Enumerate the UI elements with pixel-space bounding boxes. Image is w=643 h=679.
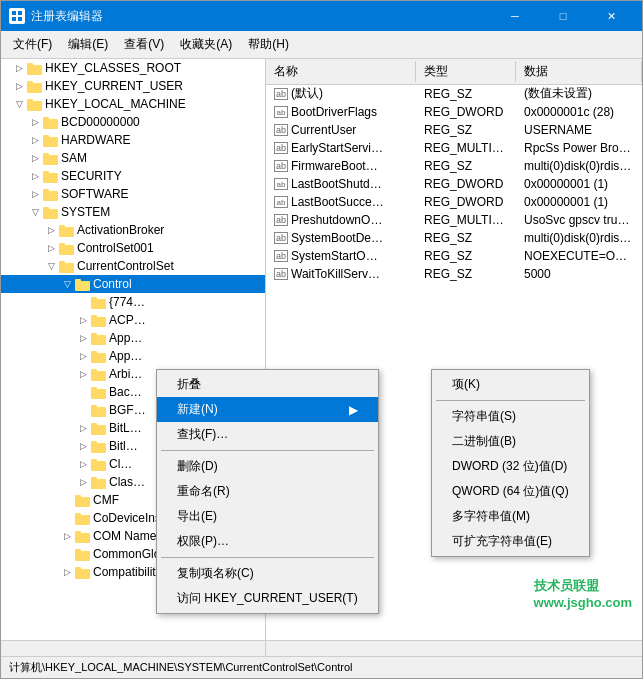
list-item[interactable]: ab FirmwareBoot… REG_SZ multi(0)disk(0)r…: [266, 157, 642, 175]
ctx-find[interactable]: 查找(F)…: [157, 422, 378, 447]
cell-type: REG_DWORD: [416, 104, 516, 120]
svg-rect-15: [43, 153, 49, 157]
list-item[interactable]: ab (默认) REG_SZ (数值未设置): [266, 85, 642, 103]
submenu-multi-string[interactable]: 多字符串值(M): [432, 504, 589, 529]
expand-icon: ▷: [27, 132, 43, 148]
submenu-expandable-string[interactable]: 可扩充字符串值(E): [432, 529, 589, 554]
list-item[interactable]: ab LastBootSucce… REG_DWORD 0x00000001 (…: [266, 193, 642, 211]
submenu-key[interactable]: 项(K): [432, 372, 589, 397]
ctx-permissions[interactable]: 权限(P)…: [157, 529, 378, 554]
tree-label: HKEY_LOCAL_MACHINE: [45, 97, 186, 111]
tree-label: Compatibility: [93, 565, 162, 579]
tree-item-hardware[interactable]: ▷ HARDWARE: [1, 131, 265, 149]
list-item[interactable]: ab PreshutdownO… REG_MULTI_SZ UsoSvc gps…: [266, 211, 642, 229]
list-item[interactable]: ab SystemBootDe… REG_SZ multi(0)disk(0)r…: [266, 229, 642, 247]
bottom-scroll-right[interactable]: [266, 641, 642, 656]
list-header: 名称 类型 数据: [266, 59, 642, 85]
reg-icon-ab: ab: [274, 214, 288, 226]
svg-rect-41: [91, 387, 97, 391]
list-item[interactable]: ab LastBootShutd… REG_DWORD 0x00000001 (…: [266, 175, 642, 193]
tree-item-bcd[interactable]: ▷ BCD00000000: [1, 113, 265, 131]
tree-item-local-machine[interactable]: ▽ HKEY_LOCAL_MACHINE: [1, 95, 265, 113]
ctx-new[interactable]: 新建(N) ▶: [157, 397, 378, 422]
tree-label: Cl…: [109, 457, 132, 471]
list-item[interactable]: ab CurrentUser REG_SZ USERNAME: [266, 121, 642, 139]
reg-icon-ab: ab: [274, 142, 288, 154]
minimize-button[interactable]: ─: [492, 5, 538, 27]
tree-item-software[interactable]: ▷ SOFTWARE: [1, 185, 265, 203]
ctx-collapse[interactable]: 折叠: [157, 372, 378, 397]
expand-icon: ▽: [59, 276, 75, 292]
submenu-string[interactable]: 字符串值(S): [432, 404, 589, 429]
svg-rect-0: [12, 11, 16, 15]
tree-label: {774…: [109, 295, 145, 309]
tree-item-system[interactable]: ▽ SYSTEM: [1, 203, 265, 221]
cell-name: ab SystemBootDe…: [266, 230, 416, 246]
expand-icon: ▷: [75, 438, 91, 454]
menu-file[interactable]: 文件(F): [5, 33, 60, 56]
expand-icon: ▷: [75, 420, 91, 436]
tree-item-current-user[interactable]: ▷ HKEY_CURRENT_USER: [1, 77, 265, 95]
menu-view[interactable]: 查看(V): [116, 33, 172, 56]
ctx-export[interactable]: 导出(E): [157, 504, 378, 529]
watermark: 技术员联盟 www.jsgho.com: [534, 577, 632, 610]
cell-name: ab FirmwareBoot…: [266, 158, 416, 174]
menu-help[interactable]: 帮助(H): [240, 33, 297, 56]
watermark-line2: www.jsgho.com: [534, 595, 632, 610]
tree-item-currentctrlset[interactable]: ▽ CurrentControlSet: [1, 257, 265, 275]
reg-icon-ab: ab: [274, 232, 288, 244]
folder-icon: [43, 205, 59, 219]
expand-icon: ▽: [11, 96, 27, 112]
folder-icon: [75, 493, 91, 507]
tree-item-classes-root[interactable]: ▷ HKEY_CLASSES_ROOT: [1, 59, 265, 77]
ctx-access-hkcu[interactable]: 访问 HKEY_CURRENT_USER(T): [157, 586, 378, 611]
folder-icon: [27, 97, 43, 111]
menu-favorites[interactable]: 收藏夹(A): [172, 33, 240, 56]
tree-item-sam[interactable]: ▷ SAM: [1, 149, 265, 167]
list-item[interactable]: ab WaitToKillServ… REG_SZ 5000: [266, 265, 642, 283]
list-item[interactable]: ab BootDriverFlags REG_DWORD 0x0000001c …: [266, 103, 642, 121]
submenu-qword[interactable]: QWORD (64 位)值(Q): [432, 479, 589, 504]
ctx-delete[interactable]: 删除(D): [157, 454, 378, 479]
tree-item-7744[interactable]: {774…: [1, 293, 265, 311]
cell-name: ab SystemStartO…: [266, 248, 416, 264]
ctx-copy-name[interactable]: 复制项名称(C): [157, 561, 378, 586]
tree-label: Bac…: [109, 385, 142, 399]
context-menu: 折叠 新建(N) ▶ 查找(F)… 删除(D) 重命名(R) 导出(E) 权限(…: [156, 369, 379, 614]
maximize-button[interactable]: □: [540, 5, 586, 27]
tree-item-app2[interactable]: ▷ App…: [1, 347, 265, 365]
close-button[interactable]: ✕: [588, 5, 634, 27]
folder-icon: [91, 475, 107, 489]
tree-label: App…: [109, 331, 142, 345]
expand-icon: ▷: [27, 186, 43, 202]
folder-icon: [43, 151, 59, 165]
ctx-rename[interactable]: 重命名(R): [157, 479, 378, 504]
cell-name: ab WaitToKillServ…: [266, 266, 416, 282]
svg-rect-29: [75, 279, 81, 283]
tree-item-app1[interactable]: ▷ App…: [1, 329, 265, 347]
tree-item-ctrlset001[interactable]: ▷ ControlSet001: [1, 239, 265, 257]
submenu-arrow-icon: ▶: [349, 403, 358, 417]
col-type: 类型: [416, 61, 516, 82]
tree-item-actbroker[interactable]: ▷ ActivationBroker: [1, 221, 265, 239]
reg-icon-dword: ab: [274, 196, 288, 208]
main-content: ▷ HKEY_CLASSES_ROOT ▷ HKEY_CURRENT_USER: [1, 59, 642, 640]
bottom-scroll-left[interactable]: [1, 641, 266, 656]
folder-icon-open: [75, 277, 91, 291]
tree-item-acp[interactable]: ▷ ACP…: [1, 311, 265, 329]
folder-icon: [91, 313, 107, 327]
ctx-separator-1: [161, 450, 374, 451]
expand-icon: ▷: [27, 168, 43, 184]
menu-edit[interactable]: 编辑(E): [60, 33, 116, 56]
tree-item-control[interactable]: ▽ Control: [1, 275, 265, 293]
tree-item-security[interactable]: ▷ SECURITY: [1, 167, 265, 185]
submenu-binary[interactable]: 二进制值(B): [432, 429, 589, 454]
submenu-dword[interactable]: DWORD (32 位)值(D): [432, 454, 589, 479]
list-item[interactable]: ab SystemStartO… REG_SZ NOEXECUTE=OPTIN…: [266, 247, 642, 265]
cell-data: 0x00000001 (1): [516, 194, 642, 210]
expand-icon: ▷: [43, 240, 59, 256]
svg-rect-31: [91, 297, 97, 301]
svg-rect-3: [18, 17, 22, 21]
list-item[interactable]: ab EarlyStartServi… REG_MULTI_SZ RpcSs P…: [266, 139, 642, 157]
folder-icon: [75, 565, 91, 579]
